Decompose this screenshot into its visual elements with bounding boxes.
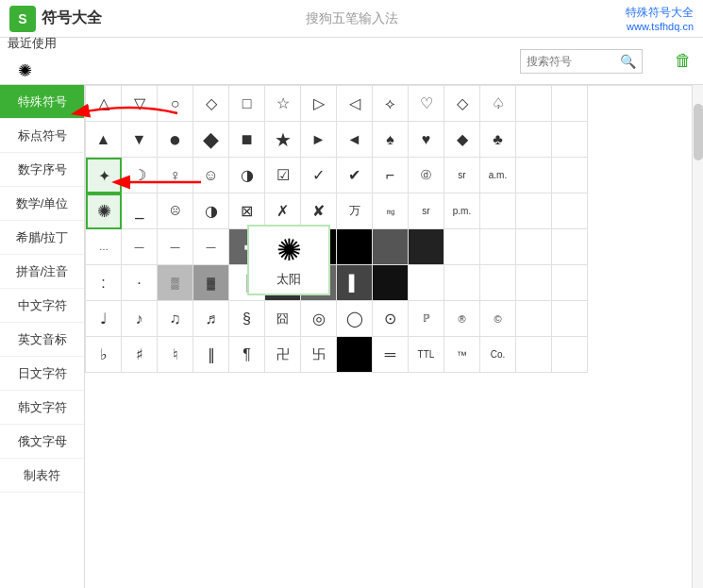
symbol-cell[interactable] bbox=[552, 86, 588, 122]
symbol-cell[interactable] bbox=[552, 337, 588, 373]
symbol-cell[interactable]: ★ bbox=[265, 122, 301, 158]
symbol-cell[interactable]: ▌ bbox=[337, 265, 373, 301]
sidebar-item-japanese[interactable]: 日文字符 bbox=[0, 357, 84, 391]
symbol-cell[interactable]: ♣ bbox=[480, 122, 516, 158]
symbol-cell[interactable]: — bbox=[193, 229, 229, 265]
symbol-cell[interactable]: ◑ bbox=[229, 158, 265, 193]
symbol-cell[interactable]: ☺ bbox=[193, 158, 229, 193]
symbol-cell[interactable]: sr bbox=[444, 158, 480, 193]
symbol-cell[interactable]: · bbox=[122, 265, 158, 301]
symbol-cell[interactable]: — bbox=[122, 229, 158, 265]
symbol-cell[interactable] bbox=[337, 337, 373, 373]
symbol-cell[interactable]: TTL bbox=[409, 337, 444, 373]
symbol-cell[interactable] bbox=[516, 193, 552, 229]
sidebar-item-mathunit[interactable]: 数学/单位 bbox=[0, 187, 84, 221]
symbol-cell[interactable]: ◇ bbox=[444, 86, 480, 122]
symbol-cell[interactable] bbox=[516, 158, 552, 193]
symbol-cell[interactable]: ¶ bbox=[229, 337, 265, 373]
symbol-cell[interactable] bbox=[409, 265, 444, 301]
symbol-cell[interactable]: ═ bbox=[373, 337, 409, 373]
sidebar-item-chinese[interactable]: 中文字符 bbox=[0, 289, 84, 323]
symbol-cell[interactable]: □ bbox=[229, 86, 265, 122]
symbol-cell[interactable]: ♭ bbox=[86, 337, 122, 373]
symbol-cell[interactable]: ⎯ bbox=[122, 193, 158, 229]
symbol-cell[interactable]: ■ bbox=[229, 122, 265, 158]
symbol-cell[interactable]: ℙ bbox=[409, 301, 444, 337]
sidebar-item-greeklatin[interactable]: 希腊/拉丁 bbox=[0, 221, 84, 255]
symbol-cell[interactable]: ♠ bbox=[373, 122, 409, 158]
symbol-cell[interactable]: — bbox=[158, 229, 193, 265]
sidebar-item-numseq[interactable]: 数字序号 bbox=[0, 153, 84, 187]
symbol-cell[interactable]: ‖ bbox=[193, 337, 229, 373]
symbol-cell[interactable] bbox=[552, 193, 588, 229]
symbol-cell[interactable] bbox=[516, 265, 552, 301]
symbol-cell[interactable]: ▲ bbox=[86, 122, 122, 158]
symbol-cell[interactable]: ♯ bbox=[122, 337, 158, 373]
symbol-cell[interactable]: ☽ bbox=[122, 158, 158, 193]
symbol-cell[interactable]: ☆ bbox=[265, 86, 301, 122]
symbol-cell[interactable]: ⓓ bbox=[409, 158, 444, 193]
symbol-cell[interactable]: ✓ bbox=[301, 158, 337, 193]
symbol-cell[interactable]: △ bbox=[86, 86, 122, 122]
symbol-cell[interactable]: ♡ bbox=[409, 86, 444, 122]
symbol-cell[interactable] bbox=[516, 229, 552, 265]
symbol-cell[interactable] bbox=[373, 229, 409, 265]
scrollbar-thumb[interactable] bbox=[694, 104, 703, 160]
symbol-cell[interactable]: ◆ bbox=[193, 122, 229, 158]
symbol-cell[interactable] bbox=[516, 301, 552, 337]
scrollbar[interactable] bbox=[692, 85, 703, 588]
symbol-cell[interactable]: ♥ bbox=[409, 122, 444, 158]
sidebar-item-phonetic[interactable]: 英文音标 bbox=[0, 323, 84, 357]
symbol-cell[interactable]: ♮ bbox=[158, 337, 193, 373]
delete-button[interactable]: 🗑 bbox=[671, 49, 695, 74]
sidebar-item-pinyin[interactable]: 拼音/注音 bbox=[0, 255, 84, 289]
symbol-cell[interactable]: ⟡ bbox=[373, 86, 409, 122]
symbol-cell[interactable]: ㎎ bbox=[373, 193, 409, 229]
symbol-cell[interactable]: ⊙ bbox=[373, 301, 409, 337]
symbol-cell[interactable] bbox=[480, 193, 516, 229]
symbol-cell[interactable] bbox=[373, 265, 409, 301]
symbol-cell-gear[interactable]: ✦ bbox=[86, 158, 122, 193]
sidebar-item-special[interactable]: 特殊符号 bbox=[0, 85, 84, 119]
symbol-cell[interactable]: § bbox=[229, 301, 265, 337]
symbol-cell[interactable]: ♀ bbox=[158, 158, 193, 193]
symbol-cell[interactable]: ✔ bbox=[337, 158, 373, 193]
symbol-cell[interactable] bbox=[552, 301, 588, 337]
symbol-cell[interactable]: a.m. bbox=[480, 158, 516, 193]
symbol-cell[interactable]: ▓ bbox=[193, 265, 229, 301]
symbol-cell[interactable]: ◇ bbox=[193, 86, 229, 122]
symbol-cell[interactable]: ▽ bbox=[122, 86, 158, 122]
symbol-cell[interactable] bbox=[444, 265, 480, 301]
symbol-cell[interactable]: ◄ bbox=[337, 122, 373, 158]
sidebar-item-russian[interactable]: 俄文字母 bbox=[0, 425, 84, 459]
sidebar-item-table[interactable]: 制表符 bbox=[0, 459, 84, 493]
symbol-cell[interactable]: ♩ bbox=[86, 301, 122, 337]
symbol-cell[interactable] bbox=[480, 229, 516, 265]
sidebar-item-punctuation[interactable]: 标点符号 bbox=[0, 119, 84, 153]
symbol-cell[interactable]: ™ bbox=[444, 337, 480, 373]
symbol-cell[interactable]: 卍 bbox=[265, 337, 301, 373]
symbol-cell[interactable] bbox=[552, 122, 588, 158]
symbol-cell[interactable] bbox=[552, 158, 588, 193]
symbol-cell[interactable]: … bbox=[86, 229, 122, 265]
symbol-cell[interactable] bbox=[516, 122, 552, 158]
symbol-cell[interactable]: ♫ bbox=[158, 301, 193, 337]
symbol-cell[interactable]: ▼ bbox=[122, 122, 158, 158]
symbol-cell[interactable] bbox=[480, 265, 516, 301]
symbol-cell[interactable]: ☑ bbox=[265, 158, 301, 193]
symbol-cell[interactable] bbox=[552, 265, 588, 301]
symbol-cell[interactable] bbox=[516, 337, 552, 373]
search-input[interactable] bbox=[527, 55, 620, 68]
symbol-cell[interactable] bbox=[444, 229, 480, 265]
symbol-cell[interactable]: ♬ bbox=[193, 301, 229, 337]
symbol-cell[interactable]: ® bbox=[444, 301, 480, 337]
symbol-cell[interactable] bbox=[337, 229, 373, 265]
symbol-cell[interactable]: © bbox=[480, 301, 516, 337]
symbol-cell[interactable]: 卐 bbox=[301, 337, 337, 373]
symbol-cell[interactable]: ◆ bbox=[444, 122, 480, 158]
symbol-cell-sun[interactable]: ✺ bbox=[86, 193, 122, 229]
search-icon[interactable]: 🔍 bbox=[620, 54, 636, 69]
symbol-cell[interactable] bbox=[516, 86, 552, 122]
symbol-cell[interactable] bbox=[409, 229, 444, 265]
symbol-cell[interactable]: ▒ bbox=[158, 265, 193, 301]
